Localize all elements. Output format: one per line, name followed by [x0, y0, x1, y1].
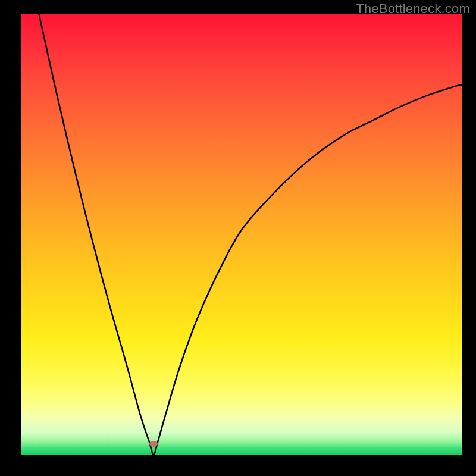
minimum-marker [149, 441, 158, 447]
plot-area [21, 14, 462, 455]
chart-container: TheBottleneck.com [0, 0, 476, 476]
bottleneck-curve [21, 14, 462, 455]
